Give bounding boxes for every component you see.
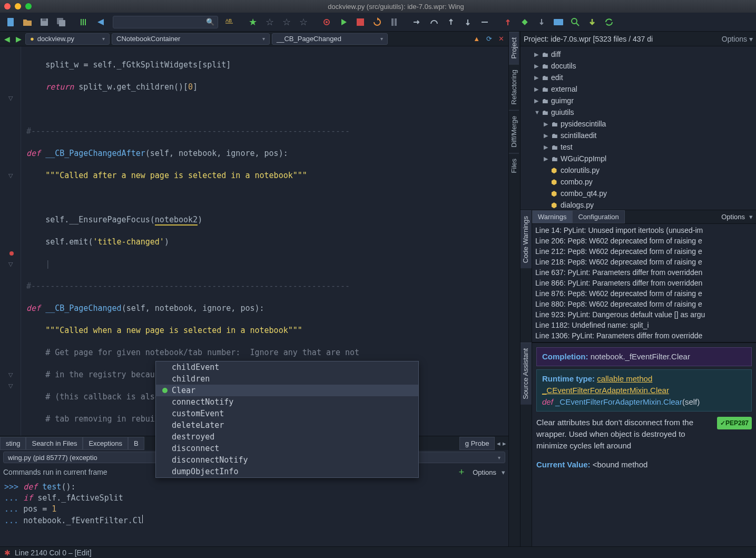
continue-icon[interactable] — [460, 15, 475, 30]
down-frame-icon[interactable] — [534, 15, 549, 30]
tree-item[interactable]: ⬢combo_qt4.py — [521, 188, 756, 199]
vtab-code-warnings[interactable]: Code Warnings — [521, 210, 532, 268]
restart-icon[interactable] — [370, 15, 385, 30]
class-selector[interactable]: CNotebookContainer▾ — [112, 33, 270, 45]
vtab-diffmerge[interactable]: Diff/Merge — [509, 110, 519, 153]
warning-item[interactable]: Line 218: Pep8: W602 deprecated form of … — [535, 257, 753, 267]
completion-item[interactable]: disconnectNotify — [156, 454, 418, 466]
project-options[interactable]: Options — [722, 35, 747, 43]
breakpoint-icon[interactable] — [9, 251, 14, 256]
up-frame-icon[interactable] — [500, 15, 515, 30]
tree-item[interactable]: ▶🖿guimgr — [521, 95, 756, 106]
tree-item[interactable]: ▶🖿diff — [521, 48, 756, 60]
goto-icon[interactable] — [94, 15, 109, 30]
down-arrow-icon[interactable] — [585, 15, 600, 30]
tab-debug-probe[interactable]: g Probe — [459, 437, 495, 450]
add-icon[interactable]: + — [459, 467, 465, 478]
tab-testing[interactable]: sting — [0, 437, 26, 450]
bookmark-add-icon[interactable]: ★ — [246, 15, 260, 30]
tree-item[interactable]: ▶🖿test — [521, 141, 756, 153]
save-icon[interactable] — [37, 15, 52, 30]
bookmark-next-icon[interactable]: ☆ — [279, 15, 294, 30]
close-tab-icon[interactable]: ✕ — [498, 35, 504, 43]
warning-item[interactable]: Line 880: Pep8: W602 deprecated form of … — [535, 299, 753, 309]
warning-item[interactable]: Line 1182: Undefined name: split_i — [535, 320, 753, 330]
run-to-icon[interactable] — [477, 15, 492, 30]
bug-icon[interactable]: ✱ — [4, 549, 11, 557]
bookmark-prev-icon[interactable]: ☆ — [262, 15, 277, 30]
new-file-icon[interactable] — [3, 15, 18, 30]
completion-item[interactable]: connectNotify — [156, 396, 418, 408]
tree-item[interactable]: ⬢combo.py — [521, 176, 756, 188]
tabs-scroll-icon[interactable]: ◂ ▸ — [495, 439, 508, 447]
replace-icon[interactable]: AB — [222, 15, 237, 30]
step-over-icon[interactable] — [427, 15, 441, 30]
tab-bookmarks[interactable]: B — [128, 437, 144, 450]
open-folder-icon[interactable] — [20, 15, 35, 30]
tab-configuration[interactable]: Configuration — [572, 210, 624, 223]
warning-item[interactable]: Line 866: PyLint: Parameters differ from… — [535, 278, 753, 288]
stop-icon[interactable] — [353, 15, 368, 30]
tree-item[interactable]: ▼🖿guiutils — [521, 106, 756, 118]
step-into-icon[interactable] — [410, 15, 425, 30]
tree-item[interactable]: ⬢colorutils.py — [521, 164, 756, 176]
warning-item[interactable]: Line 1306: PyLint: Parameters differ fro… — [535, 330, 753, 341]
warning-item[interactable]: Line 14: PyLint: Unused import itertools… — [535, 225, 753, 236]
find-icon[interactable] — [568, 15, 583, 30]
record-icon[interactable] — [319, 15, 334, 30]
completion-popup[interactable]: childEventchildrenClearconnectNotifycust… — [155, 361, 419, 478]
step-out-icon[interactable] — [444, 15, 458, 30]
tree-item[interactable]: ▶🖿edit — [521, 72, 756, 83]
tree-item[interactable]: ▶🖿WGuiCppImpl — [521, 153, 756, 164]
bookmark-list-icon[interactable]: ☆ — [296, 15, 311, 30]
debug-console[interactable]: >>> def test(): ... if self._fActiveSpli… — [0, 479, 508, 528]
search-box[interactable]: 🔍 — [113, 16, 218, 28]
sync-icon[interactable]: ⟳ — [486, 35, 492, 43]
gutter[interactable]: ▽ ▽ ▽ ▽▽ — [0, 46, 21, 436]
sa-runtime-link2[interactable]: _CEventFilterForAdapterMixin.Clear — [542, 386, 669, 395]
options-link[interactable]: Options — [473, 468, 496, 476]
completion-item[interactable]: deleteLater — [156, 419, 418, 431]
pause-icon[interactable] — [387, 15, 401, 30]
completion-item[interactable]: Clear — [156, 385, 418, 396]
vtab-source-assistant[interactable]: Source Assistant — [521, 342, 532, 405]
file-selector[interactable]: ●dockview.py▾ — [25, 33, 110, 45]
current-frame-icon[interactable] — [517, 15, 532, 30]
indent-icon[interactable] — [77, 15, 92, 30]
project-tree[interactable]: ▶🖿diff▶🖿docutils▶🖿edit▶🖿external▶🖿guimgr… — [521, 46, 756, 210]
nav-fwd-icon[interactable]: ▶ — [14, 34, 23, 44]
minimize-window[interactable] — [15, 3, 21, 9]
warning-item[interactable]: Line 212: Pep8: W602 deprecated form of … — [535, 246, 753, 257]
refresh-icon[interactable] — [602, 15, 616, 30]
completion-item[interactable]: disconnect — [156, 443, 418, 454]
completion-item[interactable]: destroyed — [156, 431, 418, 443]
sa-runtime-link[interactable]: callable method — [597, 374, 652, 383]
tree-item[interactable]: ▶🖿pysidescintilla — [521, 118, 756, 130]
tree-item[interactable]: ▶🖿docutils — [521, 60, 756, 72]
tab-exceptions[interactable]: Exceptions — [83, 437, 128, 450]
vtab-files[interactable]: Files — [509, 153, 519, 178]
tree-item[interactable]: ▶🖿scintillaedit — [521, 130, 756, 141]
completion-item[interactable]: customEvent — [156, 408, 418, 419]
warnings-list[interactable]: Line 14: PyLint: Unused import itertools… — [532, 224, 756, 342]
vtab-project[interactable]: Project — [509, 32, 519, 64]
tab-search[interactable]: Search in Files — [26, 437, 83, 450]
run-icon[interactable] — [336, 15, 351, 30]
tab-warnings[interactable]: Warnings — [532, 210, 572, 223]
breakpoints-icon[interactable] — [551, 15, 566, 30]
zoom-window[interactable] — [25, 3, 32, 9]
warning-item[interactable]: Line 206: Pep8: W602 deprecated form of … — [535, 236, 753, 246]
save-all-icon[interactable] — [54, 15, 68, 30]
tree-item[interactable]: ▶🖿external — [521, 83, 756, 95]
completion-item[interactable]: children — [156, 373, 418, 385]
tree-item[interactable]: ⬢dialogs.py — [521, 199, 756, 210]
warning-icon[interactable]: ▲ — [473, 35, 480, 43]
completion-item[interactable]: dumpObjectInfo — [156, 466, 418, 477]
method-selector[interactable]: __CB_PageChanged▾ — [272, 33, 388, 45]
completion-item[interactable]: childEvent — [156, 361, 418, 373]
close-window[interactable] — [4, 3, 11, 9]
warning-item[interactable]: Line 876: Pep8: W602 deprecated form of … — [535, 288, 753, 299]
warnings-options[interactable]: Options — [717, 213, 749, 221]
vtab-refactoring[interactable]: Refactoring — [509, 64, 519, 110]
nav-back-icon[interactable]: ◀ — [2, 34, 12, 44]
